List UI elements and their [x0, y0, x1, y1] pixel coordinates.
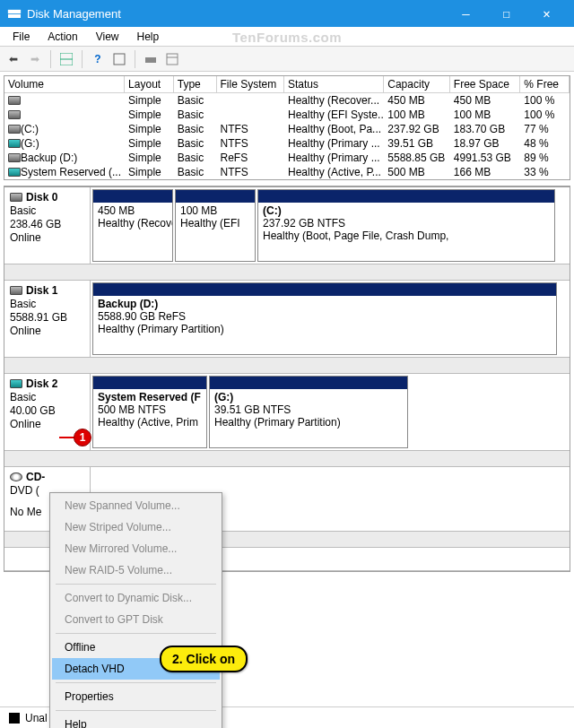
action-icon[interactable]: [141, 49, 161, 69]
svg-rect-6: [167, 54, 178, 65]
volume-row[interactable]: SimpleBasicHealthy (EFI Syste...100 MB10…: [4, 108, 570, 122]
disk-row[interactable]: Disk 0Basic238.46 GBOnline450 MBHealthy …: [4, 187, 570, 264]
col-filesystem[interactable]: File System: [217, 76, 285, 92]
volume-type: Basic: [174, 151, 217, 165]
volume-row[interactable]: (C:)SimpleBasicNTFSHealthy (Boot, Pa...2…: [4, 122, 570, 136]
col-capacity[interactable]: Capacity: [384, 76, 450, 92]
volume-row[interactable]: SimpleBasicHealthy (Recover...450 MB450 …: [4, 93, 570, 108]
volume-fs: [217, 93, 285, 108]
context-menu-item[interactable]: Help: [52, 714, 220, 728]
col-status[interactable]: Status: [284, 76, 384, 92]
svg-rect-4: [114, 54, 125, 65]
toolbar: ⬅ ➡ ?: [0, 47, 574, 72]
volume-row[interactable]: Backup (D:)SimpleBasicReFSHealthy (Prima…: [4, 151, 570, 165]
context-menu-separator: [56, 710, 216, 711]
forward-button[interactable]: ➡: [25, 49, 45, 69]
legend-swatch-unallocated: [9, 713, 20, 724]
window-controls: — ☐ ✕: [446, 0, 567, 27]
partition-bar: [93, 190, 172, 203]
menu-file[interactable]: File: [4, 29, 39, 45]
disk-gap: [4, 264, 570, 281]
partition-status: Healthy (Recover: [98, 218, 168, 230]
volume-type: Basic: [174, 93, 217, 108]
volume-icon: [8, 96, 21, 105]
col-layout[interactable]: Layout: [125, 76, 174, 92]
disk-info[interactable]: Disk 1Basic5588.91 GBOnline: [4, 281, 91, 357]
partition-title: (C:): [263, 205, 550, 218]
partition[interactable]: 100 MBHealthy (EFI: [175, 189, 256, 262]
volume-free: 100 MB: [450, 108, 521, 122]
volume-row[interactable]: System Reserved (...SimpleBasicNTFSHealt…: [4, 165, 570, 179]
menu-help[interactable]: Help: [128, 29, 169, 45]
col-free[interactable]: Free Space: [450, 76, 521, 92]
partition[interactable]: Backup (D:)5588.90 GB ReFSHealthy (Prima…: [92, 282, 557, 355]
legend-label: Unal: [25, 712, 48, 724]
refresh-icon[interactable]: [109, 49, 129, 69]
volume-layout: Simple: [125, 165, 174, 179]
help-icon[interactable]: ?: [88, 49, 108, 69]
disk-row[interactable]: Disk 1Basic5588.91 GBOnlineBackup (D:)55…: [4, 281, 570, 358]
volume-free: 18.97 GB: [450, 136, 521, 151]
disk-info[interactable]: Disk 0Basic238.46 GBOnline: [4, 187, 91, 264]
partition-area: Backup (D:)5588.90 GB ReFSHealthy (Prima…: [91, 281, 570, 357]
disk-state: Online: [10, 418, 84, 430]
settings-icon[interactable]: [162, 49, 182, 69]
close-button[interactable]: ✕: [526, 0, 567, 27]
volume-type: Basic: [174, 136, 217, 151]
context-menu-separator: [56, 584, 216, 585]
volume-icon: [8, 168, 21, 177]
partition-bar: [93, 377, 206, 389]
disk-icon: [10, 193, 22, 202]
minimize-button[interactable]: —: [446, 0, 486, 27]
partition[interactable]: (G:)39.51 GB NTFSHealthy (Primary Partit…: [209, 376, 408, 448]
context-menu-item: New Striped Volume...: [52, 516, 220, 538]
volume-icon: [8, 139, 21, 148]
context-menu-item: New Spanned Volume...: [52, 495, 220, 516]
volume-pct: 77 %: [520, 122, 570, 136]
app-icon: [7, 6, 22, 21]
volume-name: Backup (D:): [21, 152, 77, 164]
volume-row[interactable]: (G:)SimpleBasicNTFSHealthy (Primary ...3…: [4, 136, 570, 151]
partition-area: 450 MBHealthy (Recover100 MBHealthy (EFI…: [91, 187, 570, 264]
volume-name: (C:): [21, 123, 39, 135]
volume-type: Basic: [174, 108, 217, 122]
col-type[interactable]: Type: [174, 76, 217, 92]
partition[interactable]: 450 MBHealthy (Recover: [92, 189, 173, 262]
menu-view[interactable]: View: [87, 29, 128, 45]
volume-pct: 33 %: [520, 165, 570, 179]
partition-size: 237.92 GB NTFS: [263, 218, 550, 230]
col-volume[interactable]: Volume: [4, 76, 125, 92]
partition-size: 450 MB: [98, 205, 168, 218]
disk-name: Disk 2: [26, 377, 57, 390]
context-menu-item[interactable]: Properties: [52, 686, 220, 707]
disk-size: 238.46 GB: [10, 218, 84, 230]
disk-name: Disk 1: [26, 284, 57, 297]
volume-type: Basic: [174, 122, 217, 136]
volume-free: 166 MB: [450, 165, 521, 179]
volume-capacity: 500 MB: [384, 165, 450, 179]
disk-type: Basic: [10, 298, 84, 310]
maximize-button[interactable]: ☐: [486, 0, 526, 27]
view-panels-icon[interactable]: [57, 49, 76, 69]
partition[interactable]: (C:)237.92 GB NTFSHealthy (Boot, Page Fi…: [257, 189, 555, 262]
volume-layout: Simple: [125, 136, 174, 151]
partition-status: Healthy (Active, Prim: [98, 417, 202, 429]
back-button[interactable]: ⬅: [4, 49, 23, 69]
volume-fs: ReFS: [217, 151, 285, 165]
partition-title: Backup (D:): [98, 299, 552, 311]
context-menu-item: New RAID-5 Volume...: [52, 559, 220, 581]
disk-name: Disk 0: [26, 191, 57, 204]
disk-gap: [4, 358, 570, 374]
partition[interactable]: System Reserved (F500 MB NTFSHealthy (Ac…: [92, 376, 207, 448]
volume-status: Healthy (Primary ...: [284, 151, 384, 165]
disk-state: Online: [10, 231, 84, 244]
volume-layout: Simple: [125, 93, 174, 108]
menu-action[interactable]: Action: [39, 29, 86, 45]
col-pctfree[interactable]: % Free: [520, 76, 570, 92]
partition-title: (G:): [214, 392, 403, 404]
svg-rect-5: [145, 57, 156, 63]
volume-name: System Reserved (...: [21, 166, 121, 178]
volume-status: Healthy (Boot, Pa...: [284, 122, 384, 136]
partition-status: Healthy (EFI: [180, 218, 250, 230]
volume-pct: 100 %: [520, 93, 570, 108]
